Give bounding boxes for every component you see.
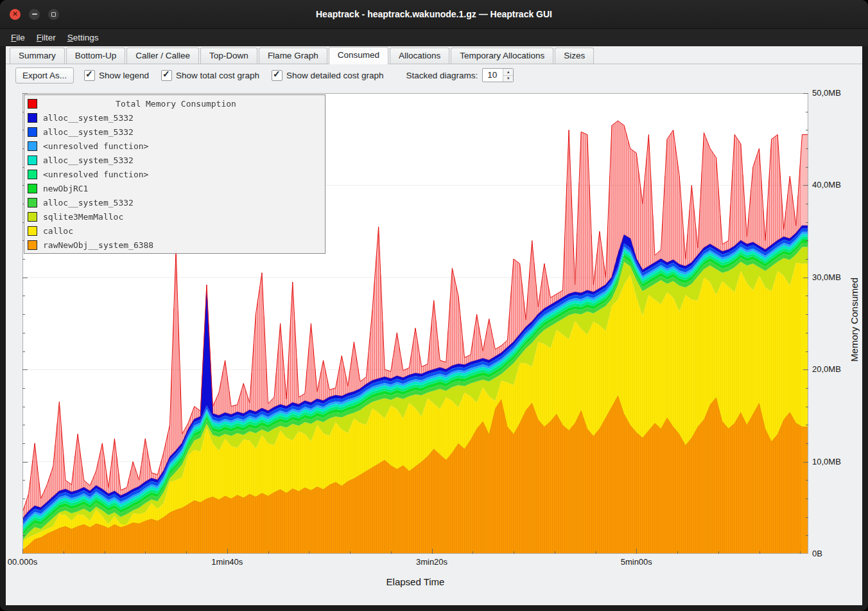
check-icon: ✓	[85, 69, 93, 79]
window-controls: ✕	[10, 9, 59, 20]
app-content: Summary Bottom-Up Caller / Callee Top-Do…	[6, 46, 862, 605]
legend-item: rawNewObj__system_6388	[24, 238, 325, 252]
checkbox-show-total-cost-graph[interactable]: ✓ Show total cost graph	[161, 70, 259, 81]
tab-flame-graph[interactable]: Flame Graph	[259, 48, 327, 64]
minimize-button[interactable]	[29, 9, 40, 20]
y-axis-title: Memory Consumed	[849, 278, 860, 362]
check-icon: ✓	[273, 69, 281, 79]
legend-swatch	[28, 170, 37, 179]
stacked-diagrams-label: Stacked diagrams:	[406, 71, 478, 80]
heaptrack-window: ✕ Heaptrack - heaptrack.wakunode.1.gz — …	[0, 0, 868, 611]
spin-down-icon: ▼	[507, 76, 510, 80]
checkbox-box: ✓	[272, 70, 282, 81]
legend-item: alloc__system_5332	[24, 195, 325, 209]
maximize-icon	[51, 12, 56, 17]
y-tick-label: 50,0MB	[812, 88, 841, 98]
window-title: Heaptrack - heaptrack.wakunode.1.gz — He…	[0, 9, 868, 19]
menu-settings[interactable]: Settings	[62, 30, 105, 45]
legend-label: alloc__system_5332	[43, 198, 134, 208]
legend-item: alloc__system_5332	[24, 125, 325, 139]
legend-swatch	[28, 155, 37, 165]
checkbox-label: Show total cost graph	[176, 71, 259, 80]
x-tick-label: 1min40s	[211, 557, 243, 567]
export-as-button[interactable]: Export As...	[15, 67, 74, 84]
spin-up-button[interactable]: ▲	[503, 69, 513, 76]
legend-label: alloc__system_5332	[43, 127, 134, 137]
checkbox-show-detailed-cost-graph[interactable]: ✓ Show detailed cost graph	[272, 70, 384, 81]
spin-down-button[interactable]: ▼	[503, 76, 513, 82]
legend-item: <unresolved function>	[24, 167, 325, 181]
legend-swatch	[28, 127, 37, 137]
legend-label: calloc	[43, 226, 73, 236]
menu-bar: File Filter Settings	[0, 29, 868, 46]
legend-swatch	[28, 141, 37, 151]
minimize-icon	[32, 13, 37, 15]
tab-bar: Summary Bottom-Up Caller / Callee Top-Do…	[6, 46, 862, 64]
checkbox-box: ✓	[161, 70, 172, 81]
y-tick-label: 20,0MB	[812, 364, 841, 374]
tab-temporary-allocations[interactable]: Temporary Allocations	[451, 48, 553, 64]
legend-label: <unresolved function>	[43, 170, 148, 179]
tab-sizes[interactable]: Sizes	[555, 48, 594, 64]
checkbox-box: ✓	[84, 70, 95, 81]
x-tick-label: 5min00s	[621, 557, 652, 567]
legend-item: sqlite3MemMalloc	[24, 209, 325, 224]
legend-title-row: Total Memory Consumption	[24, 96, 325, 111]
y-tick-label: 0B	[812, 549, 822, 558]
legend-swatch	[28, 113, 37, 123]
maximize-button[interactable]	[48, 9, 59, 20]
legend-swatch	[28, 212, 37, 222]
y-tick-label: 30,0MB	[812, 272, 841, 282]
legend-label: newObjRC1	[43, 184, 88, 193]
legend-swatch	[28, 226, 37, 236]
legend-item: alloc__system_5332	[24, 111, 325, 125]
legend-label: sqlite3MemMalloc	[43, 212, 123, 222]
stacked-diagrams-spinbox[interactable]: 10 ▲ ▼	[482, 68, 514, 82]
legend-swatch	[28, 99, 37, 109]
legend-label: alloc__system_5332	[43, 155, 134, 165]
checkbox-label: Show detailed cost graph	[286, 71, 384, 80]
legend-label: rawNewObj__system_6388	[43, 240, 153, 250]
y-tick-label: 40,0MB	[812, 180, 841, 190]
x-tick-label: 3min20s	[416, 557, 447, 567]
x-tick-label: 00.000s	[8, 557, 37, 567]
legend-label: alloc__system_5332	[43, 113, 134, 123]
tab-allocations[interactable]: Allocations	[390, 48, 449, 64]
spin-up-icon: ▲	[507, 70, 510, 74]
stacked-diagrams-group: Stacked diagrams: 10 ▲ ▼	[406, 68, 514, 82]
tab-top-down[interactable]: Top-Down	[200, 48, 257, 64]
check-icon: ✓	[162, 69, 170, 79]
y-tick-label: 10,0MB	[812, 457, 841, 466]
checkbox-show-legend[interactable]: ✓ Show legend	[84, 70, 149, 81]
legend-item: newObjRC1	[24, 181, 325, 195]
toolbar: Export As... ✓ Show legend ✓ Show total …	[6, 64, 862, 86]
spinbox-arrows: ▲ ▼	[503, 69, 513, 82]
close-icon: ✕	[12, 11, 17, 17]
chart-legend: Total Memory Consumptionalloc__system_53…	[24, 94, 326, 254]
legend-item: alloc__system_5332	[24, 153, 325, 167]
spinbox-value[interactable]: 10	[483, 69, 503, 82]
legend-swatch	[28, 198, 37, 208]
tab-consumed[interactable]: Consumed	[329, 47, 388, 64]
legend-swatch	[28, 240, 37, 250]
chart-area: Total Memory Consumptionalloc__system_53…	[6, 86, 862, 605]
menu-filter[interactable]: Filter	[31, 30, 62, 45]
memory-plot: Total Memory Consumptionalloc__system_53…	[22, 93, 808, 554]
title-bar: ✕ Heaptrack - heaptrack.wakunode.1.gz — …	[0, 0, 868, 29]
checkbox-label: Show legend	[99, 71, 149, 80]
tab-summary[interactable]: Summary	[10, 48, 65, 64]
legend-label: <unresolved function>	[43, 141, 148, 151]
menu-file[interactable]: File	[5, 30, 31, 45]
legend-item: <unresolved function>	[24, 139, 325, 153]
legend-swatch	[28, 184, 37, 193]
tab-caller-callee[interactable]: Caller / Callee	[126, 48, 199, 64]
x-axis-title: Elapsed Time	[386, 576, 445, 587]
tab-bottom-up[interactable]: Bottom-Up	[66, 48, 126, 64]
close-button[interactable]: ✕	[10, 9, 21, 20]
legend-title: Total Memory Consumption	[43, 99, 322, 109]
legend-item: calloc	[24, 224, 325, 238]
